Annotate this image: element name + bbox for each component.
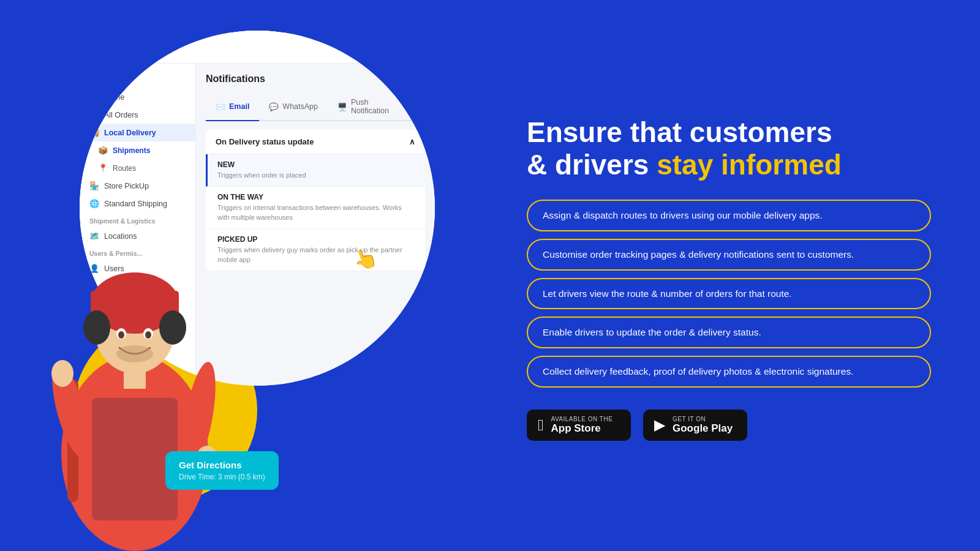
svg-point-6 xyxy=(83,310,110,345)
feature-item-5: Collect delivery feedback, proof of deli… xyxy=(527,356,931,388)
sidebar-home-label: Home xyxy=(104,93,124,102)
svg-point-7 xyxy=(159,310,186,345)
tab-d-label: D xyxy=(422,102,428,111)
svg-point-10 xyxy=(118,331,124,339)
d-tab-icon: 🖥️ xyxy=(409,102,418,111)
feature-item-1: Assign & dispatch routes to drivers usin… xyxy=(527,200,931,231)
svg-point-12 xyxy=(116,345,153,362)
logo-icon: S xyxy=(92,42,103,53)
directions-subtitle: Drive Time: 3 min (0.5 km) xyxy=(179,473,265,481)
status-new-title: NEW xyxy=(217,160,415,169)
app-store-sub: Available on the xyxy=(551,416,613,422)
sidebar-routes-label: Routes xyxy=(113,164,136,173)
tab-whatsapp[interactable]: 💬 WhatsApp xyxy=(259,93,328,121)
sidebar-store-pickup-label: Store PickUp xyxy=(104,182,149,190)
svg-rect-1 xyxy=(92,398,178,520)
store-icon: 🏪 xyxy=(89,181,99,190)
routes-icon: 📍 xyxy=(98,163,108,173)
main-headline: Ensure that customers & drivers stay inf… xyxy=(527,116,931,181)
tabs-row: ✉️ Email 💬 WhatsApp 🖥️ Push Notification xyxy=(206,93,425,121)
app-header: S Scrollengine 🔍 View search xyxy=(80,31,435,64)
search-placeholder-text: View search xyxy=(370,42,413,51)
sidebar-all-orders-label: All Orders xyxy=(104,111,138,119)
status-item-new[interactable]: NEW Triggers when order is placed xyxy=(206,154,425,187)
status-section-title: On Delivery status update xyxy=(216,137,314,146)
email-tab-icon: ✉️ xyxy=(216,102,225,111)
app-store-button[interactable]:  Available on the App Store xyxy=(527,410,631,441)
delivery-icon: 🚚 xyxy=(89,128,99,137)
headline-line1: Ensure that customers xyxy=(527,116,832,148)
tab-email[interactable]: ✉️ Email xyxy=(206,93,259,121)
google-play-sub: GET IT ON xyxy=(673,416,733,422)
google-play-text: GET IT ON Google Play xyxy=(673,416,733,435)
section-dashboard: Dashboard xyxy=(80,73,195,88)
svg-point-11 xyxy=(145,331,151,339)
sidebar-item-home[interactable]: 🏠 Home xyxy=(80,88,195,106)
google-play-icon: ▶ xyxy=(654,416,665,433)
status-section-header: On Delivery status update ∧ xyxy=(206,130,425,154)
search-icon: 🔍 xyxy=(356,43,365,51)
app-store-name: App Store xyxy=(551,422,613,435)
collapse-icon[interactable]: ∧ xyxy=(409,137,415,146)
directions-title: Get Directions xyxy=(179,460,265,470)
left-panel: S Scrollengine 🔍 View search Dashboard 🏠… xyxy=(0,0,490,551)
store-buttons:  Available on the App Store ▶ GET IT ON… xyxy=(527,410,931,441)
sidebar-shipments-label: Shipments xyxy=(113,146,150,155)
features-list: Assign & dispatch routes to drivers usin… xyxy=(527,200,931,387)
delivery-person xyxy=(18,196,251,551)
headline-highlight: stay informed xyxy=(657,149,842,181)
sidebar-local-delivery-label: Local Delivery xyxy=(104,129,156,137)
tab-email-label: Email xyxy=(229,102,249,111)
apple-icon:  xyxy=(538,416,544,435)
app-store-text: Available on the App Store xyxy=(551,416,613,435)
svg-point-16 xyxy=(51,360,74,387)
feature-item-3: Let drivers view the route & number of o… xyxy=(527,278,931,310)
push-tab-icon: 🖥️ xyxy=(337,102,347,111)
home-icon: 🏠 xyxy=(89,92,99,102)
right-panel: Ensure that customers & drivers stay inf… xyxy=(490,0,980,551)
svg-rect-5 xyxy=(91,291,179,315)
sidebar-item-shipments[interactable]: 📦 Shipments xyxy=(80,141,195,159)
logo-text: Scrollengine xyxy=(107,42,162,52)
feature-item-4: Enable drivers to update the order & del… xyxy=(527,317,931,348)
page-title: Notifications xyxy=(206,73,425,84)
headline-line2: & drivers xyxy=(527,149,657,181)
directions-card: Get Directions Drive Time: 3 min (0.5 km… xyxy=(165,451,279,490)
google-play-name: Google Play xyxy=(673,422,733,435)
orders-icon: 📋 xyxy=(89,110,99,119)
shipments-icon: 📦 xyxy=(98,146,108,155)
app-logo: S Scrollengine xyxy=(92,42,162,53)
sidebar-item-routes[interactable]: 📍 Routes xyxy=(80,159,195,177)
google-play-button[interactable]: ▶ GET IT ON Google Play xyxy=(643,410,747,441)
tab-push-label: Push Notification xyxy=(351,98,389,115)
sidebar-item-store-pickup[interactable]: 🏪 Store PickUp xyxy=(80,177,195,195)
search-bar[interactable]: 🔍 View search xyxy=(347,38,423,56)
whatsapp-tab-icon: 💬 xyxy=(269,102,279,111)
feature-item-2: Customise order tracking pages & deliver… xyxy=(527,239,931,271)
tab-whatsapp-label: WhatsApp xyxy=(282,102,318,111)
sidebar-item-local-delivery[interactable]: 🚚 Local Delivery xyxy=(80,124,195,141)
status-new-desc: Triggers when order is placed xyxy=(217,171,415,180)
sidebar-item-all-orders[interactable]: 📋 All Orders xyxy=(80,106,195,124)
tab-d[interactable]: 🖥️ D xyxy=(399,93,435,121)
tab-push-notification[interactable]: 🖥️ Push Notification xyxy=(328,93,399,121)
